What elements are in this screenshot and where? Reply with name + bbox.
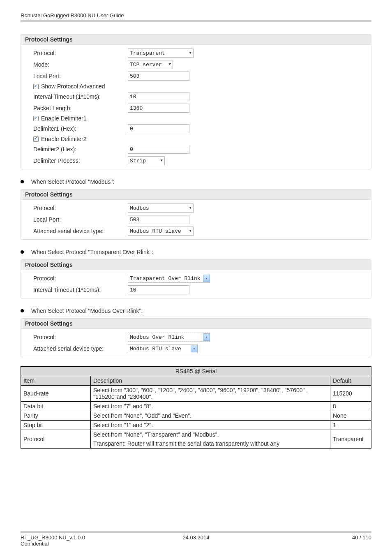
show-adv-label: Show Protocol Advanced: [41, 83, 105, 90]
cell-default: Transparent: [330, 430, 371, 449]
cell-default: None: [330, 411, 371, 421]
protocol-label: Protocol:: [33, 275, 128, 282]
panel-protocol-settings-4: Protocol Settings Protocol: Modbus Over …: [21, 318, 371, 357]
cell-desc: Select from "None", "Odd" and "Even".: [91, 411, 330, 421]
attached-value: Modbus RTU slave: [130, 346, 181, 352]
col-desc: Description: [91, 376, 330, 386]
bullet-modbus-rlink-text: When Select Protocol "Modbus Over Rlink"…: [31, 308, 143, 314]
bullet-rlink: When Select Protocol "Transparent Over R…: [21, 249, 371, 255]
localport-label: Local Port:: [33, 73, 128, 79]
cell-desc: Select from "1" and "2".: [91, 421, 330, 430]
cell-item: Stop bit: [21, 421, 91, 430]
panel4-title: Protocol Settings: [21, 319, 371, 329]
enable-delimiter2-checkbox[interactable]: Enable Delimiter2: [33, 136, 128, 142]
interval-input[interactable]: 10: [128, 92, 189, 101]
rs485-table: RS485 @ Serial Item Description Default …: [21, 366, 371, 449]
delimproc-value: Strip: [130, 158, 146, 164]
panel-protocol-settings-1: Protocol Settings Protocol: Transparent …: [21, 34, 371, 169]
footer-center: 24.03.2014: [182, 534, 209, 541]
cell-desc1: Select from "None", "Transparent" and "M…: [91, 430, 330, 439]
attached-dropdown[interactable]: Modbus RTU slave ▼: [128, 227, 194, 236]
protocol-value: Modbus Over Rlink: [130, 334, 184, 340]
delim1hex-label: Delimiter1 (Hex):: [33, 125, 128, 132]
footer-left1: RT_UG_R3000 NU_v.1.0.0: [21, 534, 85, 541]
protocol-dropdown[interactable]: Modbus ▼: [128, 204, 194, 213]
chevron-down-icon: ▼: [189, 229, 191, 233]
chevron-down-icon: ▼: [189, 206, 191, 210]
cell-desc: Select from "300", "600", "1200", "2400"…: [91, 386, 330, 402]
protocol-dropdown[interactable]: Transparent ▼: [128, 49, 194, 58]
col-default: Default: [330, 376, 371, 386]
chevron-down-icon: ▼: [169, 62, 171, 67]
delimproc-label: Delimiter Process:: [33, 157, 128, 164]
localport-label: Local Port:: [33, 216, 128, 223]
table-row: Protocol Select from "None", "Transparen…: [21, 430, 371, 439]
chevron-down-icon: ▾: [193, 347, 195, 351]
cell-item: Data bit: [21, 402, 91, 411]
delimproc-dropdown[interactable]: Strip ▼: [128, 156, 165, 165]
bullet-rlink-text: When Select Protocol "Transparent Over R…: [31, 249, 153, 255]
interval-label: Interval Timeout (1*10ms):: [33, 287, 128, 293]
protocol-value: Transparent: [130, 50, 165, 56]
panel-protocol-settings-3: Protocol Settings Protocol: Transparent …: [21, 259, 371, 298]
localport-input[interactable]: 503: [128, 215, 189, 224]
cell-item: Parity: [21, 411, 91, 421]
protocol-value: Modbus: [130, 205, 149, 211]
table-row: Baud-rate Select from "300", "600", "120…: [21, 386, 371, 402]
packet-label: Packet Length:: [33, 105, 128, 111]
protocol-value: Transparent Over Rlink: [130, 275, 201, 282]
bullet-modbus-text: When Select Protocol "Modbus":: [31, 178, 114, 185]
bullet-modbus: When Select Protocol "Modbus":: [21, 178, 371, 185]
footer-right: 40 / 110: [352, 534, 371, 547]
table-row: Data bit Select from "7" and "8". 8: [21, 402, 371, 411]
mode-dropdown[interactable]: TCP server ▼: [128, 60, 173, 69]
checkbox-checked-icon: [33, 136, 39, 142]
bullet-modbus-rlink: When Select Protocol "Modbus Over Rlink"…: [21, 308, 371, 314]
table-title: RS485 @ Serial: [21, 367, 371, 376]
table-row: Parity Select from "None", "Odd" and "Ev…: [21, 411, 371, 421]
cell-item: Baud-rate: [21, 386, 91, 402]
cell-default: 1: [330, 421, 371, 430]
protocol-dropdown[interactable]: Transparent Over Rlink ▾: [128, 274, 210, 283]
delim1-label: Enable Delimiter1: [41, 115, 87, 122]
delim2hex-input[interactable]: 0: [128, 145, 189, 154]
panel-protocol-settings-2: Protocol Settings Protocol: Modbus ▼ Loc…: [21, 189, 371, 240]
delim2hex-label: Delimiter2 (Hex):: [33, 146, 128, 153]
bullet-icon: [21, 180, 24, 183]
checkbox-checked-icon: [33, 84, 39, 89]
chevron-down-icon: ▾: [205, 335, 208, 340]
mode-label: Mode:: [33, 61, 128, 68]
localport-input[interactable]: 503: [128, 72, 189, 81]
cell-desc: Select from "7" and "8".: [91, 402, 330, 411]
col-item: Item: [21, 376, 91, 386]
cell-default: 8: [330, 402, 371, 411]
table-row: Stop bit Select from "1" and "2". 1: [21, 421, 371, 430]
attached-value: Modbus RTU slave: [130, 228, 181, 234]
cell-desc2: Transparent: Router will transmit the se…: [91, 439, 330, 449]
mode-value: TCP server: [130, 62, 162, 68]
enable-delimiter1-checkbox[interactable]: Enable Delimiter1: [33, 115, 128, 122]
show-protocol-advanced-checkbox[interactable]: Show Protocol Advanced: [33, 83, 128, 90]
interval-input[interactable]: 10: [128, 285, 189, 294]
attached-dropdown[interactable]: Modbus RTU slave ▾: [128, 344, 198, 353]
delim1hex-input[interactable]: 0: [128, 124, 189, 133]
chevron-down-icon: ▼: [161, 159, 163, 163]
panel3-title: Protocol Settings: [21, 260, 371, 270]
protocol-label: Protocol:: [33, 205, 128, 211]
footer-left2: Confidential: [21, 541, 85, 547]
attached-label: Attached serial device type:: [33, 345, 128, 352]
cell-item: Protocol: [21, 430, 91, 449]
bullet-icon: [21, 250, 24, 254]
chevron-down-icon: ▼: [189, 51, 191, 55]
delim2-label: Enable Delimiter2: [41, 136, 87, 142]
doc-header: Robustel GoRugged R3000 NU User Guide: [21, 12, 371, 22]
packet-input[interactable]: 1360: [128, 104, 189, 113]
chevron-down-icon: ▾: [205, 276, 208, 281]
attached-label: Attached serial device type:: [33, 228, 128, 234]
protocol-dropdown[interactable]: Modbus Over Rlink ▾: [128, 333, 210, 342]
interval-label: Interval Timeout (1*10ms):: [33, 93, 128, 100]
protocol-label: Protocol:: [33, 50, 128, 56]
cell-default: 115200: [330, 386, 371, 402]
checkbox-checked-icon: [33, 116, 39, 121]
bullet-icon: [21, 309, 24, 312]
